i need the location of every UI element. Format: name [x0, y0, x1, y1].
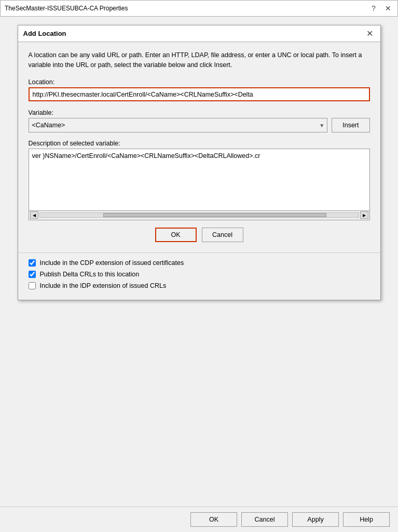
- horizontal-scrollbar: ◀ ▶: [29, 211, 370, 220]
- outer-window-title: TheSecMaster-ISSUESUBCA-CA Properties: [5, 5, 128, 12]
- checkbox-row-3: Include in the IDP extension of issued C…: [29, 282, 370, 289]
- desc-variable-label: Description of selected variable:: [29, 140, 370, 147]
- location-field-group: Location:: [29, 78, 370, 101]
- dialog-description: A location can be any valid URL or path.…: [29, 50, 370, 70]
- dialog-cancel-button[interactable]: Cancel: [202, 228, 243, 242]
- dialog-ok-button[interactable]: OK: [155, 228, 197, 242]
- close-button[interactable]: ✕: [383, 3, 393, 14]
- desc-textarea-wrapper: ver )NSName>/CertEnroll/<CaName><CRLName…: [29, 149, 370, 211]
- inner-titlebar: Add Location ✕: [18, 25, 380, 42]
- outer-window: TheSecMaster-ISSUESUBCA-CA Properties ? …: [0, 0, 398, 532]
- dialog-title: Add Location: [23, 30, 66, 37]
- scroll-track[interactable]: [39, 212, 359, 218]
- checkboxes-area: Include in the CDP extension of issued c…: [18, 252, 380, 300]
- outer-apply-button[interactable]: Apply: [292, 512, 339, 527]
- outer-content: Add Location ✕ A location can be any val…: [0, 17, 398, 507]
- location-input[interactable]: [33, 91, 366, 98]
- desc-textarea[interactable]: ver )NSName>/CertEnroll/<CaName><CRLName…: [29, 149, 369, 210]
- variable-field-group: Variable: <CaName> <ServerDNSName> <CRLN…: [29, 109, 328, 132]
- variable-select[interactable]: <CaName> <ServerDNSName> <CRLNameSuffix>…: [29, 118, 328, 132]
- desc-variable-group: Description of selected variable: ver )N…: [29, 140, 370, 220]
- scroll-left-arrow[interactable]: ◀: [30, 211, 38, 219]
- dialog-close-button[interactable]: ✕: [365, 29, 375, 39]
- variable-label: Variable:: [29, 109, 328, 116]
- idp-checkbox[interactable]: [29, 282, 36, 289]
- scroll-right-arrow[interactable]: ▶: [360, 211, 368, 219]
- publish-delta-checkbox-label: Publish Delta CRLs to this location: [40, 271, 140, 278]
- cdp-checkbox[interactable]: [29, 259, 36, 267]
- add-location-dialog: Add Location ✕ A location can be any val…: [18, 25, 381, 300]
- outer-titlebar: TheSecMaster-ISSUESUBCA-CA Properties ? …: [0, 0, 398, 17]
- help-button[interactable]: ?: [368, 3, 379, 14]
- outer-button-bar: OK Cancel Apply Help: [0, 507, 398, 532]
- location-label: Location:: [29, 78, 370, 86]
- outer-cancel-button[interactable]: Cancel: [241, 512, 288, 527]
- checkbox-row-1: Include in the CDP extension of issued c…: [29, 259, 370, 267]
- publish-delta-checkbox[interactable]: [29, 271, 36, 278]
- idp-checkbox-label: Include in the IDP extension of issued C…: [40, 282, 167, 289]
- variable-row: Variable: <CaName> <ServerDNSName> <CRLN…: [29, 109, 370, 132]
- outer-help-button[interactable]: Help: [343, 512, 390, 527]
- checkbox-row-2: Publish Delta CRLs to this location: [29, 271, 370, 278]
- outer-ok-button[interactable]: OK: [190, 512, 237, 527]
- dialog-body: A location can be any valid URL or path.…: [18, 42, 380, 252]
- scroll-thumb: [103, 213, 326, 217]
- outer-titlebar-controls: ? ✕: [368, 3, 393, 14]
- dialog-button-row: OK Cancel: [29, 228, 370, 242]
- variable-select-container: <CaName> <ServerDNSName> <CRLNameSuffix>…: [29, 118, 328, 132]
- cdp-checkbox-label: Include in the CDP extension of issued c…: [40, 259, 184, 267]
- insert-button[interactable]: Insert: [332, 118, 369, 132]
- location-input-wrapper: [29, 87, 370, 101]
